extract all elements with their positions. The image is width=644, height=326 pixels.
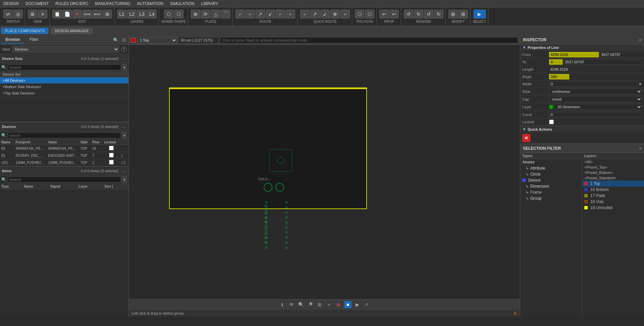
devices-col-pins[interactable]: Pins bbox=[91, 140, 103, 145]
switch-btn-1[interactable]: ⇄ bbox=[3, 10, 13, 18]
to-y-input[interactable] bbox=[563, 59, 642, 65]
view-btn-layers[interactable]: ≡ bbox=[38, 10, 47, 18]
quick-route-btn-3[interactable]: ↙ bbox=[320, 10, 330, 18]
quick-route-btn-4[interactable]: ⊗ bbox=[330, 10, 340, 18]
filter-device[interactable]: Device bbox=[520, 177, 582, 183]
ripup-btn-2[interactable]: ↩ bbox=[389, 10, 399, 18]
tab-browser[interactable]: Browser bbox=[1, 36, 24, 44]
table-row[interactable]: US1 12MM_PUSHBUTTON 12MM_PUSHBUTTON TOP … bbox=[0, 159, 128, 166]
filter-layer-19-unrouted[interactable]: 19 Unrouted bbox=[582, 205, 644, 211]
device-set-item-bottom[interactable]: <Bottom Side Devices> bbox=[0, 84, 128, 90]
rework-btn-4[interactable]: ↻ bbox=[434, 10, 443, 18]
edit-paste[interactable]: 📄 bbox=[62, 10, 72, 18]
from-y-input[interactable] bbox=[599, 52, 644, 57]
board-shape-btn-2[interactable]: ⬡ bbox=[174, 10, 183, 18]
properties-header[interactable]: ▼ Properties of Line bbox=[520, 44, 644, 51]
rework-btn-2[interactable]: ↻ bbox=[414, 10, 423, 18]
items-more[interactable]: ··· bbox=[120, 168, 126, 174]
panel-search-icon[interactable]: 🔍 bbox=[112, 37, 119, 43]
help-button[interactable]: ? bbox=[121, 47, 126, 52]
route-btn-6[interactable]: ⌐ bbox=[286, 10, 295, 18]
device-locked-us1[interactable] bbox=[103, 159, 120, 166]
items-col-type[interactable]: Type bbox=[0, 184, 23, 189]
filter-layer-1-top[interactable]: 1 Top bbox=[582, 181, 644, 187]
filter-layer-preset-standard[interactable]: <Preset_Standard> bbox=[582, 175, 644, 181]
device-set-item-all[interactable]: <All Devices> bbox=[0, 77, 128, 84]
menu-simulation[interactable]: SIMULATION bbox=[167, 1, 198, 7]
view-dropdown[interactable]: Devices bbox=[12, 46, 119, 53]
device-set-item-top[interactable]: <Top Side Devices> bbox=[0, 90, 128, 96]
filter-group[interactable]: ↳ Group bbox=[520, 195, 582, 201]
filter-layer-preset-bottom[interactable]: <Preset_Bottom> bbox=[582, 170, 644, 175]
modify-btn-1[interactable]: ⊞ bbox=[448, 10, 458, 18]
filter-layer-18-vias[interactable]: 18 Vias bbox=[582, 199, 644, 205]
menu-automation[interactable]: AUTOMATION bbox=[133, 1, 167, 7]
modify-btn-2[interactable]: ⊞ bbox=[459, 10, 468, 18]
menu-manufacturing[interactable]: MANUFACTURING bbox=[92, 1, 133, 7]
canvas-viewport[interactable]: OutLin... bbox=[129, 45, 520, 299]
info-btn[interactable]: ℹ bbox=[278, 301, 286, 308]
polygon-btn-1[interactable]: ⬡ bbox=[355, 10, 364, 18]
menu-rules[interactable]: RULES DRC/ERC bbox=[52, 1, 92, 7]
devices-col-footprint[interactable]: Footprint bbox=[14, 140, 47, 145]
locked-checkbox[interactable] bbox=[549, 120, 554, 124]
layer-btn-1[interactable]: L1 bbox=[117, 10, 126, 18]
filter-attribute[interactable]: ↳ Attribute bbox=[520, 165, 582, 171]
devices-search-input[interactable] bbox=[8, 132, 121, 138]
items-search-input[interactable] bbox=[8, 177, 121, 183]
edit-delete[interactable]: ✕ bbox=[72, 10, 82, 18]
quick-route-btn-1[interactable]: ⌐ bbox=[300, 10, 310, 18]
route-btn-3[interactable]: ↗ bbox=[256, 10, 265, 18]
device-locked-enc[interactable] bbox=[103, 152, 120, 159]
edit-flip[interactable]: ⟸ bbox=[93, 10, 102, 18]
rework-btn-1[interactable]: ↺ bbox=[404, 10, 413, 18]
tab-place-components[interactable]: PLACE COMPONENTS bbox=[1, 28, 48, 34]
items-col-signal[interactable]: Signal bbox=[49, 184, 77, 189]
pointer-btn[interactable]: ▶ bbox=[354, 301, 361, 308]
route-btn-4[interactable]: ↙ bbox=[266, 10, 275, 18]
device-locked-b1[interactable] bbox=[103, 145, 120, 152]
layer-prop-dropdown[interactable]: 20 Dimension bbox=[554, 104, 642, 110]
layer-btn-4[interactable]: L4 bbox=[147, 10, 157, 18]
filter-airwire[interactable]: Airwire bbox=[520, 159, 582, 165]
devices-search-dropdown[interactable]: ▼ bbox=[122, 132, 127, 139]
layer-btn-3[interactable]: L3 bbox=[137, 10, 147, 18]
board-shape-btn-1[interactable]: ⬡ bbox=[164, 10, 173, 18]
menu-design[interactable]: DESIGN bbox=[0, 1, 22, 7]
to-x-input[interactable] bbox=[549, 59, 562, 65]
view-btn-grid[interactable]: ⊞ bbox=[28, 10, 37, 18]
inspector-expand-icon[interactable]: » bbox=[639, 37, 641, 42]
devices-col-value[interactable]: Value bbox=[47, 140, 79, 145]
table-row[interactable]: B1 SPARKFUN_PRO_MICRO SPARKFUN_PRO_MICRO… bbox=[0, 145, 128, 152]
width-input[interactable] bbox=[549, 81, 637, 87]
add-btn[interactable]: + bbox=[325, 301, 333, 308]
route-btn-1[interactable]: ⌐ bbox=[235, 10, 245, 18]
select-btn[interactable]: ▶ bbox=[474, 10, 486, 18]
quick-delete-btn[interactable]: ✕ bbox=[522, 134, 530, 142]
quick-route-btn-2[interactable]: ↗ bbox=[310, 10, 320, 18]
fit-btn[interactable]: ⊞ bbox=[316, 301, 323, 308]
edit-group-btn[interactable]: ⊞ bbox=[103, 10, 112, 18]
device-sets-search-input[interactable] bbox=[8, 64, 121, 70]
filter-circle[interactable]: ↳ Circle bbox=[520, 171, 582, 177]
edit-mirror[interactable]: ⟺ bbox=[83, 10, 92, 18]
cap-dropdown[interactable]: round bbox=[549, 96, 642, 102]
view-btn[interactable]: ◎ bbox=[13, 10, 23, 18]
items-col-size[interactable]: Size ( bbox=[103, 184, 128, 189]
filter-layer-16-bottom[interactable]: 16 Bottom bbox=[582, 187, 644, 193]
panel-filter-icon[interactable]: ⊡ bbox=[120, 37, 127, 43]
width-dropdown-icon[interactable]: ▼ bbox=[638, 82, 642, 86]
quick-actions-header[interactable]: ▼ Quick Actions bbox=[520, 126, 644, 133]
rework-btn-3[interactable]: ↺ bbox=[424, 10, 433, 18]
arrow-btn[interactable]: ↗ bbox=[363, 301, 370, 308]
items-search-dropdown[interactable]: ▼ bbox=[122, 176, 127, 183]
devices-more[interactable]: ··· bbox=[120, 123, 126, 130]
items-col-name[interactable]: Name bbox=[23, 184, 49, 189]
menu-document[interactable]: DOCUMENT bbox=[22, 1, 52, 7]
route-btn-5[interactable]: ⌐ bbox=[276, 10, 285, 18]
device-sets-more[interactable]: ··· bbox=[120, 55, 126, 62]
from-x-input[interactable] bbox=[549, 52, 599, 57]
filter-dimension[interactable]: ↳ Dimension bbox=[520, 183, 582, 189]
devices-col-name[interactable]: Name bbox=[0, 140, 14, 145]
sel-filter-expand-icon[interactable]: » bbox=[639, 146, 641, 151]
